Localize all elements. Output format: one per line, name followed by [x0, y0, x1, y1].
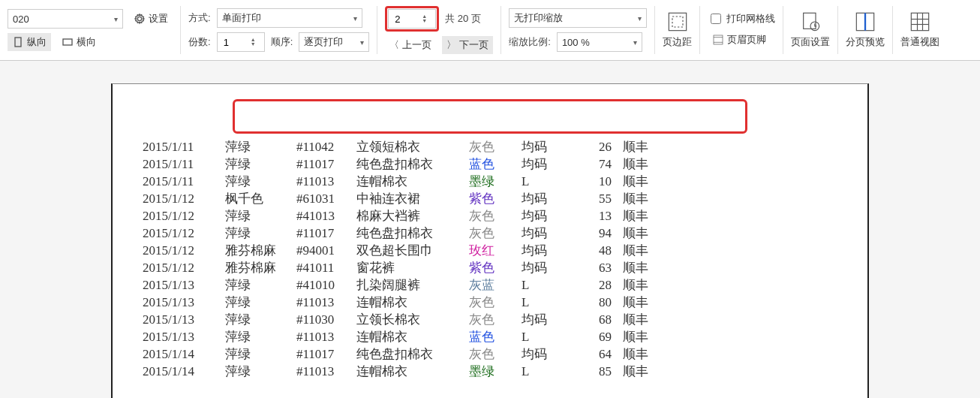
copies-input[interactable]: ▲▼ — [217, 32, 265, 52]
cell-date: 2015/1/12 — [143, 191, 225, 207]
cell-ship: 顺丰 — [623, 138, 668, 155]
cell-color: 灰蓝 — [469, 276, 522, 294]
order-label: 顺序: — [271, 35, 293, 49]
chevron-right-icon: 〉 — [446, 38, 456, 52]
cell-color: 蓝色 — [469, 155, 522, 173]
cell-color: 灰色 — [469, 311, 522, 328]
cell-brand: 萍绿 — [225, 363, 296, 380]
cell-qty: 80 — [578, 295, 623, 310]
cell-qty: 74 — [578, 157, 623, 172]
cell-size: 均码 — [522, 190, 578, 207]
cell-brand: 雅芬棉麻 — [225, 259, 296, 276]
cell-ship: 顺丰 — [623, 225, 668, 242]
cell-date: 2015/1/12 — [143, 209, 225, 224]
header-footer-button[interactable]: 页眉页脚 — [708, 31, 775, 49]
table-row: 2015/1/13萍绿#11013连帽棉衣灰色L80顺丰 — [143, 294, 860, 311]
chevron-down-icon: ▾ — [360, 38, 364, 47]
scale-mode-select[interactable]: 无打印缩放▾ — [509, 8, 647, 28]
table-row: 2015/1/11萍绿#11013连帽棉衣墨绿L10顺丰 — [143, 173, 860, 190]
cell-product: 立领长棉衣 — [356, 311, 469, 328]
cell-code: #41010 — [296, 278, 356, 293]
cell-code: #61031 — [296, 191, 356, 207]
cell-product: 扎染阔腿裤 — [356, 276, 469, 294]
data-table: 2015/1/11萍绿#11042立领短棉衣灰色均码26顺丰2015/1/11萍… — [143, 138, 860, 380]
table-row: 2015/1/14萍绿#11013连帽棉衣墨绿L85顺丰 — [143, 363, 860, 380]
margins-icon — [667, 11, 688, 32]
cell-ship: 顺丰 — [623, 155, 668, 173]
cell-code: #11017 — [296, 347, 356, 362]
cell-brand: 萍绿 — [225, 225, 296, 242]
cell-date: 2015/1/13 — [143, 312, 225, 327]
cell-size: 均码 — [522, 225, 578, 242]
table-row: 2015/1/12雅芬棉麻#41011窗花裤紫色均码63顺丰 — [143, 259, 860, 276]
cell-brand: 萍绿 — [225, 345, 296, 363]
table-row: 2015/1/11萍绿#11042立领短棉衣灰色均码26顺丰 — [143, 138, 860, 155]
cell-qty: 68 — [578, 312, 623, 327]
cell-date: 2015/1/13 — [143, 295, 225, 310]
settings-button[interactable]: 设置 — [129, 10, 173, 28]
prev-page-button[interactable]: 〈 上一页 — [385, 36, 436, 54]
cell-color: 蓝色 — [469, 328, 522, 345]
cell-date: 2015/1/14 — [143, 347, 225, 362]
cell-ship: 顺丰 — [623, 294, 668, 311]
svg-rect-2 — [669, 13, 686, 30]
cell-size: 均码 — [522, 311, 578, 328]
cell-code: #11042 — [296, 140, 356, 155]
landscape-button[interactable]: 横向 — [57, 33, 101, 51]
cell-color: 紫色 — [469, 190, 522, 207]
normal-view-button[interactable]: 普通视图 — [893, 6, 947, 54]
cell-color: 墨绿 — [469, 173, 522, 190]
cell-color: 墨绿 — [469, 363, 522, 380]
page-frame: 2015/1/11萍绿#11042立领短棉衣灰色均码26顺丰2015/1/11萍… — [111, 83, 869, 398]
scale-ratio-select[interactable]: 100 %▾ — [557, 32, 642, 52]
cell-color: 灰色 — [469, 225, 522, 242]
mode-select[interactable]: 单面打印▾ — [217, 8, 362, 28]
cell-date: 2015/1/13 — [143, 278, 225, 293]
cell-qty: 55 — [578, 191, 623, 207]
grid-icon — [909, 11, 930, 32]
current-page-input[interactable]: ▲▼ — [388, 9, 436, 29]
cell-code: #41011 — [296, 261, 356, 276]
portrait-button[interactable]: 纵向 — [8, 33, 51, 51]
cell-code: #11013 — [296, 295, 356, 310]
grid-checkbox[interactable]: 打印网格线 — [708, 11, 775, 26]
next-page-button[interactable]: 〉 下一页 — [442, 36, 493, 54]
cell-color: 紫色 — [469, 259, 522, 276]
svg-rect-1 — [63, 39, 72, 45]
cell-code: #11013 — [296, 174, 356, 189]
total-pages-label: 共 20 页 — [445, 12, 481, 26]
portrait-icon — [12, 36, 24, 48]
cell-code: #11030 — [296, 312, 356, 327]
cell-product: 连帽棉衣 — [356, 294, 469, 311]
landscape-icon — [62, 36, 74, 48]
table-row: 2015/1/13萍绿#11013连帽棉衣蓝色L69顺丰 — [143, 328, 860, 345]
cell-ship: 顺丰 — [623, 328, 668, 345]
cell-size: L — [522, 364, 578, 379]
cell-date: 2015/1/11 — [143, 157, 225, 172]
chevron-down-icon: ▾ — [633, 38, 637, 47]
cell-code: #11013 — [296, 364, 356, 379]
cell-brand: 萍绿 — [225, 138, 296, 155]
mode-label: 方式: — [188, 11, 211, 25]
chevron-down-icon: ▾ — [353, 14, 357, 23]
table-row: 2015/1/12萍绿#11017纯色盘扣棉衣灰色均码94顺丰 — [143, 225, 860, 242]
printer-select[interactable]: 020▾ — [8, 9, 123, 29]
cell-qty: 94 — [578, 226, 623, 241]
order-select[interactable]: 逐页打印▾ — [299, 32, 369, 52]
toolbar: 020▾ 设置 纵向 横向 方式: 单面打印▾ 份数: — [0, 0, 980, 61]
chevron-down-icon: ▾ — [114, 15, 118, 23]
cell-qty: 10 — [578, 174, 623, 189]
cell-color: 玫红 — [469, 242, 522, 259]
cell-product: 纯色盘扣棉衣 — [356, 225, 469, 242]
cell-brand: 萍绿 — [225, 173, 296, 190]
cell-size: L — [522, 278, 578, 293]
cell-ship: 顺丰 — [623, 363, 668, 380]
page-setup-button[interactable]: 页面设置 — [783, 6, 838, 54]
margins-button[interactable]: 页边距 — [655, 6, 700, 54]
cell-qty: 63 — [578, 261, 623, 276]
cell-qty: 48 — [578, 243, 623, 258]
table-row: 2015/1/13萍绿#11030立领长棉衣灰色均码68顺丰 — [143, 311, 860, 328]
cell-code: #41013 — [296, 209, 356, 224]
highlight-current-page: ▲▼ — [385, 6, 439, 32]
pagebreak-preview-button[interactable]: 分页预览 — [838, 6, 893, 54]
